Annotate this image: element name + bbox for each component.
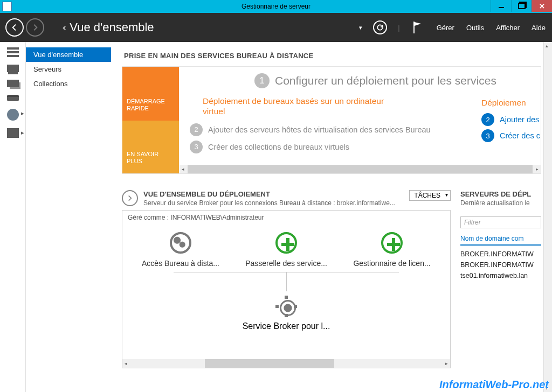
sidebar-item-servers[interactable]: Serveurs [26,62,111,76]
rail-dashboard-icon[interactable] [7,47,19,57]
menu-tools[interactable]: Outils [465,22,485,34]
header-right: ▾ | Gérer Outils Afficher Aide [359,19,547,36]
deployment-horizontal-scrollbar[interactable] [122,359,450,368]
node-label-web: Accès Bureau à dista... [135,259,226,268]
expand-icon[interactable] [122,190,138,206]
qs2-step-3[interactable]: 3 Créer des c [481,129,541,142]
servers-column-header[interactable]: Nom de domaine com [460,233,541,246]
window-controls [491,0,552,12]
servers-panel-subtitle: Dernière actualisation le [460,199,541,207]
quickstart-left-tabs: DÉMARRAGE RAPIDE EN SAVOIR PLUS [122,67,179,173]
deployment-vdi-link[interactable]: Déploiement de bureaux basés sur un ordi… [203,96,408,117]
breadcrumb-title: Vue d'ensemble [70,20,154,34]
node-rd-web-access[interactable]: Accès Bureau à dista... [135,231,226,268]
qs-step-2-label: Ajouter des serveurs hôtes de virtualisa… [208,125,431,134]
vertical-scrollbar[interactable] [543,42,552,392]
node-label-licensing: Gestionnaire de licen... [346,259,438,268]
deployment-session-link[interactable]: Déploiemen [481,98,541,108]
nav-forward-button[interactable] [26,18,44,37]
quickstart-right-column: Déploiemen 2 Ajouter des 3 Créer des c [481,98,541,145]
close-button[interactable] [532,0,552,12]
servers-panel-title: SERVEURS DE DÉPL [460,190,541,198]
step-number-1: 1 [254,73,270,88]
step-number-2b: 2 [481,113,494,126]
rail-storage-icon[interactable] [7,95,19,101]
plus-icon [275,232,297,254]
titlebar: Gestionnaire de serveur [0,0,552,13]
panel-header-deployment: VUE D'ENSEMBLE DU DÉPLOIEMENT Serveur du… [122,190,451,207]
row-deployment: VUE D'ENSEMBLE DU DÉPLOIEMENT Serveur du… [122,190,541,368]
sidebar-item-collections[interactable]: Collections [26,76,111,91]
header-bar: ‹‹ Vue d'ensemble ▾ | Gérer Outils Affic… [0,13,552,42]
step-number-3b: 3 [481,129,494,142]
quickstart-tab-learn[interactable]: EN SAVOIR PLUS [122,121,179,173]
node-label-broker: Service Broker pour l... [128,321,445,331]
rail-all-servers-icon[interactable] [7,80,19,87]
chevron-left-double-icon: ‹‹ [63,23,64,32]
node-connection-broker[interactable]: Service Broker pour l... [128,295,445,331]
deployment-top-row: Accès Bureau à dista... Passerelle des s… [128,231,445,268]
globe-icon [170,232,191,254]
section-title-quickstart: PRISE EN MAIN DES SERVICES BUREAU À DIST… [124,52,541,60]
step-number-2: 2 [190,123,203,136]
quickstart-horizontal-scrollbar[interactable] [180,165,541,173]
watermark: InformatiWeb-Pro.net [439,379,549,391]
node-label-gateway: Passerelle des service... [240,259,332,268]
step-number-3: 3 [190,141,203,153]
connector-line-v [286,272,287,291]
rail-file-services-icon[interactable] [7,128,19,138]
deployment-title: VUE D'ENSEMBLE DU DÉPLOIEMENT [143,190,404,198]
filter-input[interactable]: Filtrer [460,216,541,228]
dropdown-caret-icon[interactable]: ▾ [359,24,362,31]
panel-deployment-overview: VUE D'ENSEMBLE DU DÉPLOIEMENT Serveur du… [122,190,451,368]
refresh-button[interactable] [372,19,388,36]
window-title: Gestionnaire de serveur [0,3,552,10]
node-rd-licensing[interactable]: Gestionnaire de licen... [346,231,438,268]
quickstart-heading: 1 Configurer un déploiement pour les ser… [254,73,533,88]
quickstart-tile: DÉMARRAGE RAPIDE EN SAVOIR PLUS 1 Config… [122,66,541,174]
qs-step-3-label: Créer des collections de bureaux virtuel… [208,143,349,151]
rail-rds-icon[interactable] [7,109,19,121]
qs2-step-2[interactable]: 2 Ajouter des [481,113,541,126]
minimize-button[interactable] [491,0,511,12]
broker-icon [275,296,297,317]
qs2-step-3-label: Créer des c [500,131,540,140]
icon-rail [0,42,26,392]
menu-manage[interactable]: Gérer [436,22,456,34]
node-rd-gateway[interactable]: Passerelle des service... [240,231,332,268]
notifications-flag-icon[interactable] [410,19,426,36]
breadcrumb[interactable]: ‹‹ Vue d'ensemble [63,20,154,34]
sidebar: Vue d'ensemble Serveurs Collections [26,42,111,392]
maximize-button[interactable] [511,0,532,12]
main-area: PRISE EN MAIN DES SERVICES BUREAU À DIST… [111,42,552,392]
tasks-dropdown[interactable]: TÂCHES [409,190,451,201]
server-row[interactable]: tse01.informatiweb.lan [460,270,541,281]
plus-icon [381,232,403,254]
deployment-diagram: Géré comme : INFORMATIWEB\Administrateur… [122,210,451,368]
menu-view[interactable]: Afficher [495,22,521,34]
quickstart-content: 1 Configurer un déploiement pour les ser… [179,67,541,173]
body: Vue d'ensemble Serveurs Collections PRIS… [0,42,552,392]
sidebar-item-overview[interactable]: Vue d'ensemble [26,47,111,62]
server-row[interactable]: BROKER.INFORMATIW [460,260,541,270]
nav-back-button[interactable] [5,18,24,37]
rail-local-server-icon[interactable] [7,65,19,72]
panel-deployment-servers: SERVEURS DE DÉPL Dernière actualisation … [460,190,541,368]
server-row[interactable]: BROKER.INFORMATIW [460,249,541,260]
separator: | [398,24,399,32]
quickstart-tab-start[interactable]: DÉMARRAGE RAPIDE [122,67,179,121]
quickstart-heading-text: Configurer un déploiement pour les servi… [275,74,496,87]
menu-help[interactable]: Aide [530,22,547,34]
managed-as-label: Géré comme : INFORMATIWEB\Administrateur [128,214,445,221]
qs2-step-2-label: Ajouter des [500,115,539,124]
svg-rect-0 [413,22,415,33]
deployment-subtitle: Serveur du service Broker pour les conne… [143,199,404,207]
